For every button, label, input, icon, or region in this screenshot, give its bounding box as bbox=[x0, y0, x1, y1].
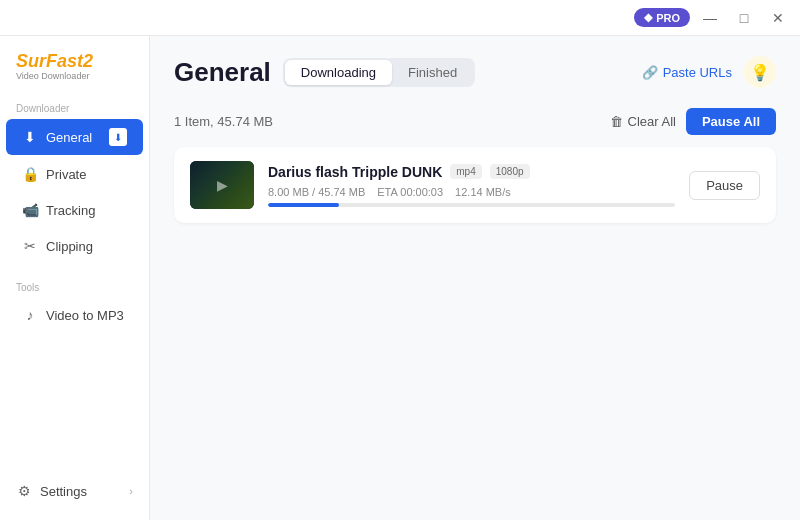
header-right: 🔗 Paste URLs 💡 bbox=[642, 56, 776, 88]
logo-subtitle: Video Downloader bbox=[16, 71, 133, 81]
bulb-icon: 💡 bbox=[750, 63, 770, 82]
progress-bar-fill bbox=[268, 203, 339, 207]
main-content: General Downloading Finished 🔗 Paste URL… bbox=[150, 36, 800, 520]
sidebar-item-video-to-mp3-label: Video to MP3 bbox=[46, 308, 124, 323]
pro-badge[interactable]: ◆ PRO bbox=[634, 8, 690, 27]
item-details: Darius flash Tripple DUNK mp4 1080p 8.00… bbox=[268, 164, 675, 207]
clear-all-label: Clear All bbox=[628, 114, 676, 129]
diamond-icon: ◆ bbox=[644, 11, 652, 24]
header-left: General Downloading Finished bbox=[174, 57, 475, 88]
scissors-icon: ✂ bbox=[22, 238, 38, 254]
trash-icon: 🗑 bbox=[610, 114, 623, 129]
paste-urls-button[interactable]: 🔗 Paste URLs bbox=[642, 65, 732, 80]
sidebar-item-general-label: General bbox=[46, 130, 92, 145]
stats-bar: 1 Item, 45.74 MB 🗑 Clear All Pause All bbox=[174, 108, 776, 135]
stats-text: 1 Item, 45.74 MB bbox=[174, 114, 273, 129]
progress-bar-container bbox=[268, 203, 675, 207]
chevron-right-icon: › bbox=[129, 485, 133, 497]
lock-icon: 🔒 bbox=[22, 166, 38, 182]
title-bar: ◆ PRO — □ ✕ bbox=[0, 0, 800, 36]
progress-row: 8.00 MB / 45.74 MB ETA 00:00:03 12.14 MB… bbox=[268, 186, 675, 198]
link-icon: 🔗 bbox=[642, 65, 658, 80]
sidebar-item-video-to-mp3[interactable]: ♪ Video to MP3 bbox=[6, 298, 143, 332]
app-container: SurFast2 Video Downloader Downloader ⬇ G… bbox=[0, 36, 800, 520]
video-thumbnail bbox=[190, 161, 254, 209]
sidebar-item-private-label: Private bbox=[46, 167, 86, 182]
music-icon: ♪ bbox=[22, 307, 38, 323]
pause-all-button[interactable]: Pause All bbox=[686, 108, 776, 135]
tools-section-label: Tools bbox=[0, 276, 149, 297]
sidebar: SurFast2 Video Downloader Downloader ⬇ G… bbox=[0, 36, 150, 520]
logo-number: 2 bbox=[83, 51, 93, 71]
action-buttons: 🗑 Clear All Pause All bbox=[610, 108, 776, 135]
gear-icon: ⚙ bbox=[16, 483, 32, 499]
minimize-button[interactable]: — bbox=[696, 4, 724, 32]
speed-label: 12.14 MB/s bbox=[455, 186, 511, 198]
pro-label: PRO bbox=[656, 12, 680, 24]
sidebar-item-clipping[interactable]: ✂ Clipping bbox=[6, 229, 143, 263]
sidebar-item-tracking[interactable]: 📹 Tracking bbox=[6, 193, 143, 227]
page-title: General bbox=[174, 57, 271, 88]
tab-downloading[interactable]: Downloading bbox=[285, 60, 392, 85]
settings-label: Settings bbox=[40, 484, 87, 499]
download-list: Darius flash Tripple DUNK mp4 1080p 8.00… bbox=[174, 147, 776, 223]
logo-text: SurFast2 bbox=[16, 52, 133, 70]
logo-name: SurFast bbox=[16, 51, 83, 71]
paste-urls-label: Paste URLs bbox=[663, 65, 732, 80]
quality-tag: 1080p bbox=[490, 164, 530, 179]
tab-finished[interactable]: Finished bbox=[392, 60, 473, 85]
sidebar-item-general[interactable]: ⬇ General ⬇ bbox=[6, 119, 143, 155]
download-icon: ⬇ bbox=[22, 129, 38, 145]
close-button[interactable]: ✕ bbox=[764, 4, 792, 32]
bulb-button[interactable]: 💡 bbox=[744, 56, 776, 88]
sidebar-item-tracking-label: Tracking bbox=[46, 203, 95, 218]
sidebar-item-private[interactable]: 🔒 Private bbox=[6, 157, 143, 191]
maximize-button[interactable]: □ bbox=[730, 4, 758, 32]
item-title-row: Darius flash Tripple DUNK mp4 1080p bbox=[268, 164, 675, 180]
downloader-section-label: Downloader bbox=[0, 97, 149, 118]
format-tag: mp4 bbox=[450, 164, 481, 179]
pause-button[interactable]: Pause bbox=[689, 171, 760, 200]
sidebar-item-clipping-label: Clipping bbox=[46, 239, 93, 254]
tracking-icon: 📹 bbox=[22, 202, 38, 218]
main-header: General Downloading Finished 🔗 Paste URL… bbox=[174, 56, 776, 88]
sidebar-settings[interactable]: ⚙ Settings › bbox=[0, 474, 149, 508]
table-row: Darius flash Tripple DUNK mp4 1080p 8.00… bbox=[174, 147, 776, 223]
tab-group: Downloading Finished bbox=[283, 58, 475, 87]
clear-all-button[interactable]: 🗑 Clear All bbox=[610, 114, 676, 129]
item-title: Darius flash Tripple DUNK bbox=[268, 164, 442, 180]
sidebar-bottom: ⚙ Settings › bbox=[0, 474, 149, 508]
size-progress: 8.00 MB / 45.74 MB bbox=[268, 186, 365, 198]
eta-label: ETA 00:00:03 bbox=[377, 186, 443, 198]
download-badge: ⬇ bbox=[109, 128, 127, 146]
logo: SurFast2 Video Downloader bbox=[0, 48, 149, 97]
